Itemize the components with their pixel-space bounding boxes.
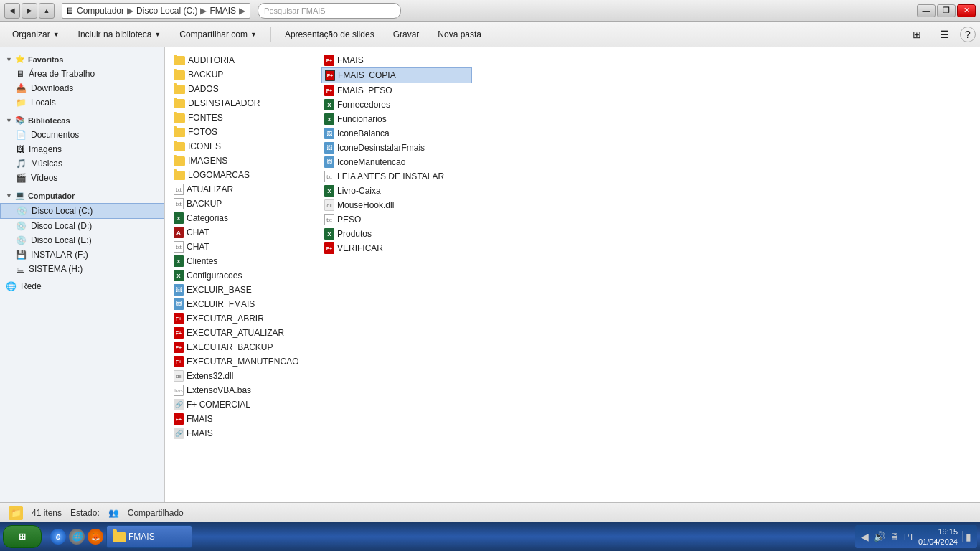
- sidebar-item-music[interactable]: 🎵 Músicas: [0, 156, 164, 171]
- sidebar-item-drive-d[interactable]: 💿 Disco Local (D:): [0, 219, 164, 233]
- sidebar-item-drive-f[interactable]: 💾 INSTALAR (F:): [0, 248, 164, 262]
- list-item[interactable]: ACHAT: [171, 225, 321, 240]
- file-name: LEIA ANTES DE INSTALAR: [337, 171, 444, 182]
- new-folder-button[interactable]: Nova pasta: [430, 25, 489, 44]
- list-item[interactable]: F+EXECUTAR_ATUALIZAR: [171, 326, 321, 340]
- list-item[interactable]: F+FMAIS_COPIA: [321, 67, 472, 83]
- sidebar-item-drive-e[interactable]: 💿 Disco Local (E:): [0, 233, 164, 248]
- tray-arrow-icon[interactable]: ◀: [861, 531, 869, 542]
- sidebar-item-images[interactable]: 🖼 Imagens: [0, 142, 164, 156]
- list-item[interactable]: 🔗FMAIS: [171, 426, 321, 441]
- burn-button[interactable]: Gravar: [385, 25, 428, 44]
- view-details-button[interactable]: ☰: [932, 25, 957, 44]
- list-item[interactable]: F+VERIFICAR: [321, 241, 472, 255]
- address-bar[interactable]: 🖥 Computador ▶ Disco Local (C:) ▶ FMAIS …: [62, 3, 250, 19]
- list-item[interactable]: basExtensoVBA.bas: [171, 383, 321, 397]
- maximize-button[interactable]: ❐: [937, 4, 956, 17]
- view-icons-button[interactable]: ⊞: [905, 25, 929, 44]
- list-item[interactable]: LOGOMARCAS: [171, 168, 321, 182]
- sidebar-item-drive-h[interactable]: 🖴 SISTEMA (H:): [0, 262, 164, 276]
- list-item[interactable]: BACKUP: [171, 67, 321, 82]
- tray-network-icon[interactable]: 🖥: [890, 531, 900, 542]
- forward-button[interactable]: ▶: [22, 3, 37, 19]
- drive-f-label: INSTALAR (F:): [31, 250, 88, 260]
- list-item[interactable]: txtATUALIZAR: [171, 182, 321, 197]
- list-item[interactable]: txtLEIA ANTES DE INSTALAR: [321, 169, 472, 184]
- sidebar-item-docs[interactable]: 📄 Documentos: [0, 128, 164, 142]
- docs-label: Documentos: [31, 130, 79, 140]
- tray-clock[interactable]: 19:15 01/04/2024: [918, 527, 958, 547]
- sidebar-item-locals[interactable]: 📁 Locais: [0, 95, 164, 110]
- up-button[interactable]: ▲: [39, 3, 55, 19]
- list-item[interactable]: F+EXECUTAR_BACKUP: [171, 340, 321, 354]
- slideshow-button[interactable]: Apresentação de slides: [277, 25, 382, 44]
- ie2-icon[interactable]: 🌐: [69, 529, 85, 545]
- tray-show-desktop-icon[interactable]: ▮: [962, 531, 971, 542]
- sidebar-item-network[interactable]: 🌐 Rede: [0, 279, 164, 293]
- search-box[interactable]: Pesquisar FMAIS: [258, 3, 401, 19]
- list-item[interactable]: IMAGENS: [171, 154, 321, 168]
- computer-icon: 💻: [15, 191, 25, 200]
- ie-icon[interactable]: e: [50, 529, 66, 545]
- list-item[interactable]: DESINSTALADOR: [171, 96, 321, 110]
- library-button[interactable]: Incluir na biblioteca ▼: [70, 25, 169, 44]
- list-item[interactable]: F+FMAIS: [321, 53, 472, 67]
- system-tray: ◀ 🔊 🖥 PT 19:15 01/04/2024 ▮: [855, 525, 977, 548]
- list-item[interactable]: 🖼IconeDesinstalarFmais: [321, 141, 472, 155]
- list-item[interactable]: XConfiguracoes: [171, 268, 321, 283]
- list-item[interactable]: dllExtens32.dll: [171, 369, 321, 383]
- list-item[interactable]: FOTOS: [171, 125, 321, 139]
- list-item[interactable]: txtPESO: [321, 212, 472, 227]
- list-item[interactable]: XFornecedores: [321, 98, 472, 112]
- search-placeholder: Pesquisar FMAIS: [264, 6, 326, 15]
- sidebar-item-drive-c[interactable]: 💿 Disco Local (C:): [0, 203, 164, 219]
- sidebar-item-downloads[interactable]: 📥 Downloads: [0, 81, 164, 95]
- start-button[interactable]: ⊞: [3, 525, 42, 548]
- list-item[interactable]: DADOS: [171, 82, 321, 96]
- computer-header[interactable]: ▼ 💻 Computador: [0, 188, 164, 203]
- list-item[interactable]: txtCHAT: [171, 240, 321, 254]
- sidebar-item-desktop[interactable]: 🖥 Área de Trabalho: [0, 67, 164, 81]
- list-item[interactable]: F+FMAIS_PESO: [321, 83, 472, 98]
- downloads-label: Downloads: [31, 83, 73, 93]
- favorites-star-icon: ⭐: [15, 55, 25, 64]
- list-item[interactable]: 🖼IconeManutencao: [321, 155, 472, 169]
- minimize-button[interactable]: —: [917, 4, 936, 17]
- list-item[interactable]: AUDITORIA: [171, 53, 321, 67]
- list-item[interactable]: XFuncionarios: [321, 112, 472, 126]
- sidebar-item-videos[interactable]: 🎬 Vídeos: [0, 171, 164, 185]
- list-item[interactable]: dllMouseHook.dll: [321, 198, 472, 212]
- list-item[interactable]: F+EXECUTAR_MANUTENCAO: [171, 354, 321, 369]
- slideshow-label: Apresentação de slides: [285, 29, 374, 39]
- list-item[interactable]: XCategorias: [171, 211, 321, 225]
- list-item[interactable]: 🔗F+ COMERCIAL: [171, 397, 321, 412]
- organize-button[interactable]: Organizar ▼: [4, 25, 67, 44]
- tray-language[interactable]: PT: [904, 532, 914, 541]
- list-item[interactable]: 🖼EXCLUIR_FMAIS: [171, 297, 321, 311]
- library-label: Incluir na biblioteca: [78, 29, 152, 39]
- share-arrow-icon: ▼: [250, 31, 257, 38]
- list-item[interactable]: 🖼EXCLUIR_BASE: [171, 283, 321, 297]
- libraries-header[interactable]: ▼ 📚 Bibliotecas: [0, 113, 164, 128]
- taskbar-fmais-button[interactable]: FMAIS: [106, 525, 192, 548]
- list-item[interactable]: XLivro-Caixa: [321, 184, 472, 198]
- list-item[interactable]: 🖼IconeBalanca: [321, 126, 472, 141]
- list-item[interactable]: FONTES: [171, 110, 321, 125]
- close-button[interactable]: ✕: [957, 4, 976, 17]
- list-item[interactable]: XClientes: [171, 254, 321, 268]
- list-item[interactable]: txtBACKUP: [171, 197, 321, 211]
- share-button[interactable]: Compartilhar com ▼: [171, 25, 265, 44]
- favorites-header[interactable]: ▼ ⭐ Favoritos: [0, 52, 164, 67]
- tray-volume-icon[interactable]: 🔊: [873, 531, 885, 542]
- list-item[interactable]: ICONES: [171, 139, 321, 154]
- back-button[interactable]: ◀: [4, 3, 20, 19]
- list-item[interactable]: F+FMAIS: [171, 412, 321, 426]
- downloads-icon: 📥: [16, 83, 27, 93]
- list-item[interactable]: F+EXECUTAR_ABRIR: [171, 311, 321, 326]
- libraries-section: ▼ 📚 Bibliotecas 📄 Documentos 🖼 Imagens 🎵…: [0, 113, 164, 185]
- list-item[interactable]: XProdutos: [321, 227, 472, 241]
- taskbar-fmais-label: FMAIS: [128, 532, 155, 542]
- help-button[interactable]: ?: [960, 27, 976, 42]
- desktop-label: Área de Trabalho: [29, 69, 95, 79]
- firefox-icon[interactable]: 🦊: [88, 529, 103, 545]
